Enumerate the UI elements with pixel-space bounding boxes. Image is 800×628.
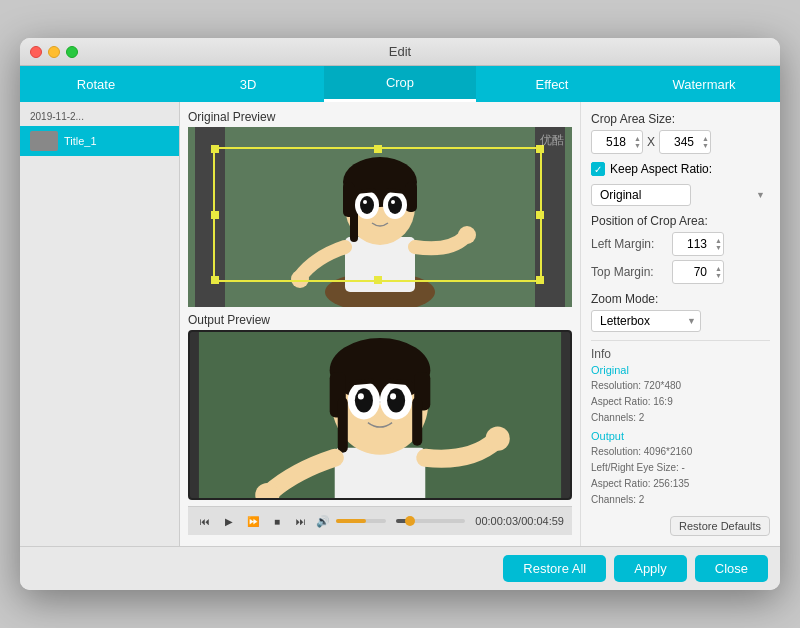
keep-aspect-row: ✓ Keep Aspect Ratio: [591, 162, 770, 176]
svg-rect-30 [412, 397, 422, 445]
top-margin-up[interactable]: ▲ [715, 265, 722, 272]
traffic-lights [30, 46, 78, 58]
width-down-spinner[interactable]: ▼ [634, 142, 641, 149]
original-info-text: Resolution: 720*480 Aspect Ratio: 16:9 C… [591, 378, 770, 426]
stop-button[interactable]: ■ [268, 512, 286, 530]
titlebar: Edit [20, 38, 780, 66]
crop-handle-bm[interactable] [374, 276, 382, 284]
crop-area-size-section: Crop Area Size: ▲ ▼ X [591, 112, 770, 154]
top-margin-down[interactable]: ▼ [715, 272, 722, 279]
original-resolution: Resolution: 720*480 [591, 378, 770, 394]
svg-point-40 [486, 427, 510, 451]
sidebar: 2019-11-2... Title_1 [20, 102, 180, 546]
x-separator: X [647, 135, 655, 149]
zoom-mode-label: Zoom Mode: [591, 292, 770, 306]
play-button[interactable]: ▶ [220, 512, 238, 530]
output-sub-title: Output [591, 430, 770, 442]
volume-fill [336, 519, 366, 523]
keep-aspect-checkbox[interactable]: ✓ [591, 162, 605, 176]
left-margin-up[interactable]: ▲ [715, 237, 722, 244]
output-aspect: Aspect Ratio: 256:135 [591, 476, 770, 492]
crop-handle-tl[interactable] [211, 145, 219, 153]
fast-forward-button[interactable]: ⏩ [244, 512, 262, 530]
tab-3d[interactable]: 3D [172, 66, 324, 102]
height-up-spinner[interactable]: ▲ [702, 135, 709, 142]
svg-point-33 [355, 388, 373, 412]
width-up-spinner[interactable]: ▲ [634, 135, 641, 142]
original-preview-bg: 优酷 [188, 127, 572, 307]
crop-size-row: ▲ ▼ X ▲ ▼ [591, 130, 770, 154]
original-channels: Channels: 2 [591, 410, 770, 426]
preview-area: Original Preview [180, 102, 580, 546]
sidebar-thumbnail [30, 131, 58, 151]
progress-dot[interactable] [405, 516, 415, 526]
output-eye: Left/Right Eye Size: - [591, 460, 770, 476]
time-display: 00:00:03/00:04:59 [475, 515, 564, 527]
close-button[interactable] [30, 46, 42, 58]
skip-back-button[interactable]: ⏮ [196, 512, 214, 530]
crop-handle-tm[interactable] [374, 145, 382, 153]
original-preview-label: Original Preview [188, 110, 572, 124]
tab-watermark[interactable]: Watermark [628, 66, 780, 102]
output-channels: Channels: 2 [591, 492, 770, 508]
zoom-mode-section: Zoom Mode: Letterbox Pan & Scan Full ▼ [591, 292, 770, 332]
keep-aspect-label: Keep Aspect Ratio: [610, 162, 712, 176]
top-margin-row: Top Margin: ▲ ▼ [591, 260, 770, 284]
main-window: Edit Rotate 3D Crop Effect Watermark 201… [20, 38, 780, 590]
original-aspect: Aspect Ratio: 16:9 [591, 394, 770, 410]
volume-icon: 🔊 [316, 515, 330, 528]
left-margin-label: Left Margin: [591, 237, 666, 251]
top-margin-label: Top Margin: [591, 265, 666, 279]
svg-rect-29 [338, 397, 348, 452]
tab-rotate[interactable]: Rotate [20, 66, 172, 102]
output-preview-section: Output Preview [188, 313, 572, 500]
svg-rect-23 [335, 448, 426, 498]
volume-bar[interactable] [336, 519, 386, 523]
width-input-wrapper: ▲ ▼ [591, 130, 643, 154]
info-section: Info Original Resolution: 720*480 Aspect… [591, 340, 770, 508]
output-resolution: Resolution: 4096*2160 [591, 444, 770, 460]
output-info-text: Resolution: 4096*2160 Left/Right Eye Siz… [591, 444, 770, 508]
left-margin-row: Left Margin: ▲ ▼ [591, 232, 770, 256]
progress-bar[interactable] [396, 519, 465, 523]
crop-handle-bl[interactable] [211, 276, 219, 284]
height-down-spinner[interactable]: ▼ [702, 142, 709, 149]
left-margin-down[interactable]: ▼ [715, 244, 722, 251]
aspect-dropdown[interactable]: Original 16:9 4:3 1:1 [591, 184, 691, 206]
close-button[interactable]: Close [695, 555, 768, 582]
original-sub-title: Original [591, 364, 770, 376]
skip-forward-button[interactable]: ⏭ [292, 512, 310, 530]
tab-crop[interactable]: Crop [324, 66, 476, 102]
info-title: Info [591, 347, 770, 361]
sidebar-item-title1[interactable]: Title_1 [20, 126, 179, 156]
crop-area-size-label: Crop Area Size: [591, 112, 770, 126]
svg-point-35 [358, 393, 364, 399]
position-label: Position of Crop Area: [591, 214, 770, 228]
crop-handle-ml[interactable] [211, 211, 219, 219]
tabs-bar: Rotate 3D Crop Effect Watermark [20, 66, 780, 102]
original-preview-container: 优酷 [188, 127, 572, 307]
bottom-bar: Restore All Apply Close [20, 546, 780, 590]
svg-point-34 [387, 388, 405, 412]
crop-overlay[interactable] [213, 147, 542, 282]
crop-handle-br[interactable] [536, 276, 544, 284]
output-preview-label: Output Preview [188, 313, 572, 327]
aspect-dropdown-arrow: ▼ [756, 190, 765, 200]
maximize-button[interactable] [66, 46, 78, 58]
apply-button[interactable]: Apply [614, 555, 687, 582]
restore-defaults-button[interactable]: Restore Defaults [670, 516, 770, 536]
original-preview-section: Original Preview [188, 110, 572, 307]
window-title: Edit [389, 44, 411, 59]
sidebar-item-label: Title_1 [64, 135, 97, 147]
position-section: Position of Crop Area: Left Margin: ▲ ▼ [591, 214, 770, 284]
sidebar-file-label: 2019-11-2... [20, 107, 179, 126]
main-content: 2019-11-2... Title_1 Original Preview [20, 102, 780, 546]
aspect-dropdown-wrapper: Original 16:9 4:3 1:1 ▼ [591, 184, 770, 206]
video-controls: ⏮ ▶ ⏩ ■ ⏭ 🔊 00:00:03/00:04:59 [188, 506, 572, 535]
tab-effect[interactable]: Effect [476, 66, 628, 102]
minimize-button[interactable] [48, 46, 60, 58]
crop-handle-mr[interactable] [536, 211, 544, 219]
zoom-dropdown[interactable]: Letterbox Pan & Scan Full [591, 310, 701, 332]
restore-all-button[interactable]: Restore All [503, 555, 606, 582]
left-margin-input-wrapper: ▲ ▼ [672, 232, 724, 256]
